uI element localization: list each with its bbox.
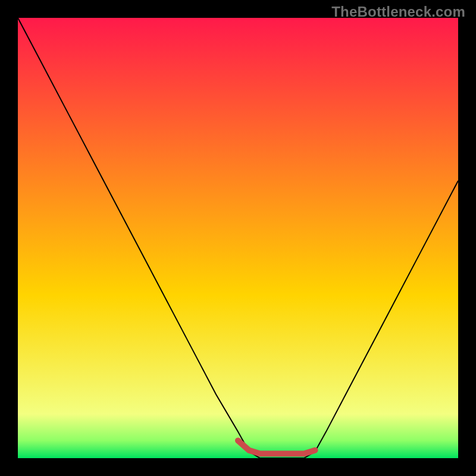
bottleneck-curve-chart — [18, 18, 458, 458]
gradient-background — [18, 18, 458, 458]
chart-frame: TheBottleneck.com — [0, 0, 476, 476]
plot-area — [18, 18, 458, 458]
